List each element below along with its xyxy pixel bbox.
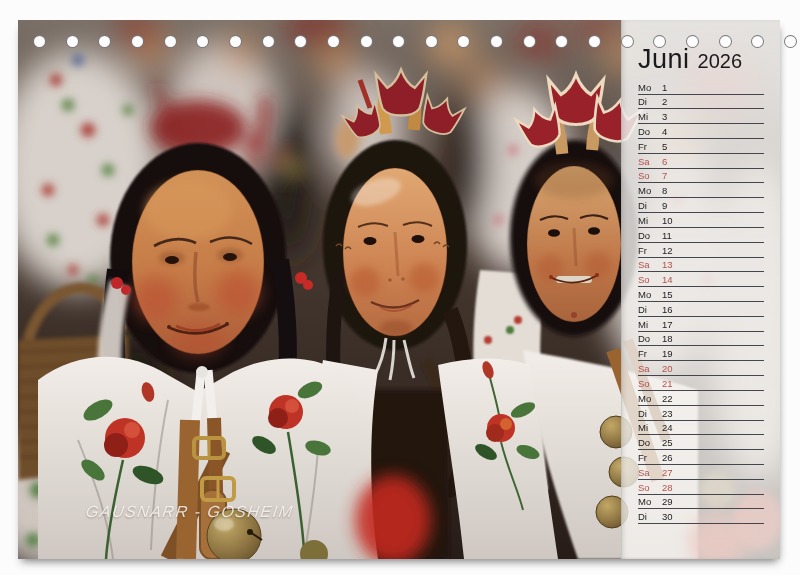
binding-hole: [686, 35, 699, 48]
calendar-day-row: So7: [638, 170, 764, 183]
calendar-day-row: Mi24: [638, 422, 764, 435]
binding-hole: [490, 35, 503, 48]
day-abbr: So: [638, 378, 662, 389]
day-abbr: Fr: [638, 452, 662, 463]
day-abbr: So: [638, 482, 662, 493]
day-abbr: Sa: [638, 259, 662, 270]
day-number: 3: [662, 111, 667, 122]
calendar-day-row: Fr26: [638, 452, 764, 465]
day-number: 1: [662, 82, 667, 93]
calendar-day-row: Mi17: [638, 319, 764, 332]
day-abbr: Fr: [638, 245, 662, 256]
calendar-day-row: Do11: [638, 230, 764, 243]
day-number: 8: [662, 185, 667, 196]
day-abbr: Di: [638, 96, 662, 107]
calendar-title: Juni2026: [638, 44, 742, 75]
binding-hole: [327, 35, 340, 48]
day-abbr: Mo: [638, 289, 662, 300]
day-abbr: Di: [638, 200, 662, 211]
day-abbr: Di: [638, 408, 662, 419]
calendar-day-row: Mi3: [638, 111, 764, 124]
binding-hole: [555, 35, 568, 48]
day-number: 15: [662, 289, 673, 300]
binding-hole: [66, 35, 79, 48]
binding-hole: [229, 35, 242, 48]
calendar-photo: Juni2026 Mo1Di2Mi3Do4Fr5Sa6So7Mo8Di9Mi10…: [18, 20, 780, 559]
binding-hole: [523, 35, 536, 48]
binding-hole: [457, 35, 470, 48]
calendar-day-row: Di9: [638, 200, 764, 213]
day-abbr: So: [638, 274, 662, 285]
day-number: 20: [662, 363, 673, 374]
day-abbr: Mo: [638, 82, 662, 93]
binding-hole: [621, 35, 634, 48]
binding-hole: [294, 35, 307, 48]
calendar-day-row: Sa13: [638, 259, 764, 272]
calendar-day-row: Mo1: [638, 82, 764, 95]
binding-hole: [392, 35, 405, 48]
day-abbr: Fr: [638, 348, 662, 359]
day-abbr: Do: [638, 333, 662, 344]
calendar-day-row: So28: [638, 482, 764, 495]
day-abbr: Fr: [638, 141, 662, 152]
binding-hole: [33, 35, 46, 48]
calendar-day-row: Di23: [638, 408, 764, 421]
day-number: 14: [662, 274, 673, 285]
calendar-day-row: Di2: [638, 96, 764, 109]
day-number: 30: [662, 511, 673, 522]
calendar-day-row: Mo22: [638, 393, 764, 406]
day-number: 2: [662, 96, 667, 107]
binding-hole: [719, 35, 732, 48]
calendar-day-row: Di30: [638, 511, 764, 524]
calendar-day-row: Do25: [638, 437, 764, 450]
day-number: 27: [662, 467, 673, 478]
day-number: 29: [662, 496, 673, 507]
day-number: 23: [662, 408, 673, 419]
day-number: 26: [662, 452, 673, 463]
day-abbr: Sa: [638, 156, 662, 167]
binding-hole: [98, 35, 111, 48]
day-abbr: Do: [638, 437, 662, 448]
day-number: 19: [662, 348, 673, 359]
binding-hole: [131, 35, 144, 48]
calendar-day-row: Do18: [638, 333, 764, 346]
calendar-month: Juni: [638, 44, 690, 74]
left-mask: [132, 170, 264, 356]
day-abbr: Sa: [638, 467, 662, 478]
day-abbr: Di: [638, 511, 662, 522]
day-number: 24: [662, 422, 673, 433]
day-number: 17: [662, 319, 673, 330]
day-number: 5: [662, 141, 667, 152]
day-abbr: Mo: [638, 496, 662, 507]
day-abbr: Sa: [638, 363, 662, 374]
day-number: 4: [662, 126, 667, 137]
day-number: 16: [662, 304, 673, 315]
binding-hole: [262, 35, 275, 48]
day-number: 21: [662, 378, 673, 389]
calendar-day-row: Do4: [638, 126, 764, 139]
day-number: 28: [662, 482, 673, 493]
binding-hole: [196, 35, 209, 48]
day-number: 11: [662, 230, 672, 241]
calendar-day-row: Mo15: [638, 289, 764, 302]
calendar-day-row: Mo8: [638, 185, 764, 198]
calendar-day-row: Mo29: [638, 496, 764, 509]
day-abbr: Mi: [638, 422, 662, 433]
day-number: 6: [662, 156, 667, 167]
binding-hole: [653, 35, 666, 48]
day-number: 22: [662, 393, 673, 404]
binding-hole: [751, 35, 764, 48]
day-number: 10: [662, 215, 673, 226]
calendar-day-row: So14: [638, 274, 764, 287]
day-abbr: Do: [638, 126, 662, 137]
calendar-day-row: Fr19: [638, 348, 764, 361]
day-abbr: Do: [638, 230, 662, 241]
right-mask: [527, 162, 621, 322]
day-abbr: Mi: [638, 111, 662, 122]
calendar-panel: Juni2026 Mo1Di2Mi3Do4Fr5Sa6So7Mo8Di9Mi10…: [621, 20, 780, 559]
day-abbr: Mo: [638, 185, 662, 196]
calendar-day-row: Sa20: [638, 363, 764, 376]
day-number: 12: [662, 245, 673, 256]
day-number: 9: [662, 200, 667, 211]
binding-hole: [360, 35, 373, 48]
